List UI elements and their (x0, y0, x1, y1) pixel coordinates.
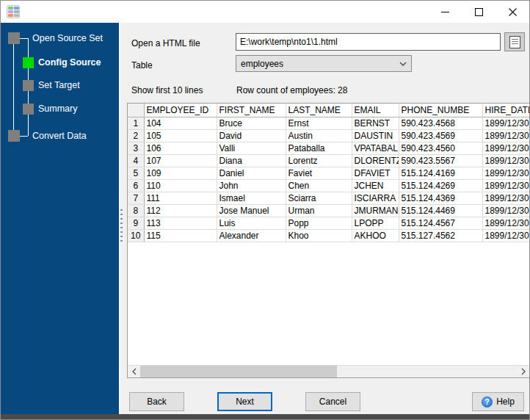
data-cell[interactable]: Ernst (286, 117, 352, 130)
data-cell[interactable]: 112 (144, 205, 217, 217)
row-number-cell[interactable]: 2 (128, 130, 144, 142)
data-cell[interactable]: David (217, 130, 286, 142)
data-cell[interactable]: 1899/12/30 (482, 155, 530, 167)
data-cell[interactable]: Valli (217, 142, 286, 155)
data-cell[interactable]: Urman (286, 205, 352, 217)
data-cell[interactable]: 110 (144, 180, 217, 192)
data-cell[interactable]: 515.124.4169 (399, 167, 482, 180)
column-header-email[interactable]: EMAIL (352, 104, 399, 117)
data-cell[interactable]: Chen (286, 180, 352, 192)
column-header-last_name[interactable]: LAST_NAME (286, 104, 352, 117)
data-cell[interactable]: 515.124.4269 (399, 180, 482, 192)
row-number-header[interactable] (128, 104, 144, 117)
row-number-cell[interactable]: 7 (128, 192, 144, 205)
next-button[interactable]: Next (217, 392, 272, 411)
data-cell[interactable]: BERNST (352, 117, 399, 130)
data-cell[interactable]: Khoo (286, 230, 352, 242)
data-cell[interactable]: 1899/12/30 (482, 230, 530, 242)
data-cell[interactable]: 515.124.4369 (399, 192, 482, 205)
maximize-button[interactable] (462, 1, 495, 23)
chevron-left-icon (132, 368, 137, 375)
column-header-employee_id[interactable]: EMPLOYEE_ID (144, 104, 217, 117)
scrollbar-thumb[interactable] (140, 366, 337, 377)
data-cell[interactable]: 590.423.4560 (399, 142, 482, 155)
data-cell[interactable]: 515.127.4562 (399, 230, 482, 242)
browse-button[interactable] (504, 32, 525, 51)
data-cell[interactable]: 515.124.4567 (399, 217, 482, 230)
open-file-label: Open a HTML file (131, 38, 200, 48)
data-cell[interactable]: ISCIARRA (352, 192, 399, 205)
table-select[interactable]: employees (236, 55, 412, 72)
data-cell[interactable]: 111 (144, 192, 217, 205)
sidebar-step-config-source: Config Source (38, 57, 101, 68)
data-cell[interactable]: VPATABAL (352, 142, 399, 155)
data-cell[interactable]: DAUSTIN (352, 130, 399, 142)
data-cell[interactable]: Jose Manuel (217, 205, 286, 217)
data-cell[interactable]: 1899/12/30 (482, 192, 530, 205)
splitter-handle[interactable] (120, 209, 123, 245)
data-cell[interactable]: Luis (217, 217, 286, 230)
row-number-cell[interactable]: 9 (128, 217, 144, 230)
close-button[interactable] (495, 1, 530, 23)
data-cell[interactable]: 106 (144, 142, 217, 155)
data-cell[interactable]: 104 (144, 117, 217, 130)
sidebar-step-set-target: Set Target (38, 80, 80, 91)
row-number-cell[interactable]: 8 (128, 205, 144, 217)
data-cell[interactable]: DFAVIET (352, 167, 399, 180)
data-cell[interactable]: Alexander (217, 230, 286, 242)
data-cell[interactable]: JCHEN (352, 180, 399, 192)
data-cell[interactable]: 590.423.4569 (399, 130, 482, 142)
table-row: 1104BruceErnstBERNST590.423.45681899/12/… (128, 117, 530, 130)
data-cell[interactable]: 1899/12/30 (482, 167, 530, 180)
data-cell[interactable]: 590.423.5567 (399, 155, 482, 167)
data-cell[interactable]: 1899/12/30 (482, 142, 530, 155)
data-cell[interactable]: 590.423.4568 (399, 117, 482, 130)
data-cell[interactable]: 1899/12/30 (482, 205, 530, 217)
data-cell[interactable]: 1899/12/30 (482, 180, 530, 192)
row-number-cell[interactable]: 1 (128, 117, 144, 130)
file-path-input[interactable] (236, 33, 501, 51)
data-cell[interactable]: John (217, 180, 286, 192)
tree-connector-line (20, 136, 28, 137)
back-button[interactable]: Back (129, 392, 184, 411)
data-cell[interactable]: 107 (144, 155, 217, 167)
scroll-right-button[interactable] (517, 366, 529, 377)
minimize-button[interactable] (428, 1, 462, 23)
data-cell[interactable]: 1899/12/30 (482, 117, 530, 130)
data-cell[interactable]: Sciarra (286, 192, 352, 205)
help-button[interactable]: ? Help (472, 392, 524, 411)
data-cell[interactable]: Ismael (217, 192, 286, 205)
data-cell[interactable]: 1899/12/30 (482, 217, 530, 230)
data-cell[interactable]: DLORENTZ (352, 155, 399, 167)
horizontal-scrollbar[interactable] (128, 365, 529, 377)
table-row: 5109DanielFavietDFAVIET515.124.41691899/… (128, 167, 530, 180)
row-number-cell[interactable]: 6 (128, 180, 144, 192)
data-cell[interactable]: 113 (144, 217, 217, 230)
data-cell[interactable]: AKHOO (352, 230, 399, 242)
data-cell[interactable]: Austin (286, 130, 352, 142)
column-header-phone_numbe[interactable]: PHONE_NUMBE (399, 104, 482, 117)
data-cell[interactable]: Lorentz (286, 155, 352, 167)
cancel-button[interactable]: Cancel (305, 392, 360, 411)
scroll-left-button[interactable] (128, 366, 140, 377)
row-number-cell[interactable]: 4 (128, 155, 144, 167)
data-cell[interactable]: Diana (217, 155, 286, 167)
data-cell[interactable]: 1899/12/30 (482, 130, 530, 142)
data-cell[interactable]: Pataballa (286, 142, 352, 155)
data-cell[interactable]: 115 (144, 230, 217, 242)
app-icon-block (8, 7, 13, 10)
data-cell[interactable]: LPOPP (352, 217, 399, 230)
column-header-first_name[interactable]: FIRST_NAME (217, 104, 286, 117)
data-cell[interactable]: JMURMAN (352, 205, 399, 217)
row-number-cell[interactable]: 10 (128, 230, 144, 242)
data-cell[interactable]: 515.124.4469 (399, 205, 482, 217)
column-header-hire_date[interactable]: HIRE_DATE (482, 104, 530, 117)
data-cell[interactable]: Daniel (217, 167, 286, 180)
data-cell[interactable]: 105 (144, 130, 217, 142)
data-cell[interactable]: Bruce (217, 117, 286, 130)
row-number-cell[interactable]: 5 (128, 167, 144, 180)
data-cell[interactable]: Faviet (286, 167, 352, 180)
data-cell[interactable]: Popp (286, 217, 352, 230)
data-cell[interactable]: 109 (144, 167, 217, 180)
row-number-cell[interactable]: 3 (128, 142, 144, 155)
